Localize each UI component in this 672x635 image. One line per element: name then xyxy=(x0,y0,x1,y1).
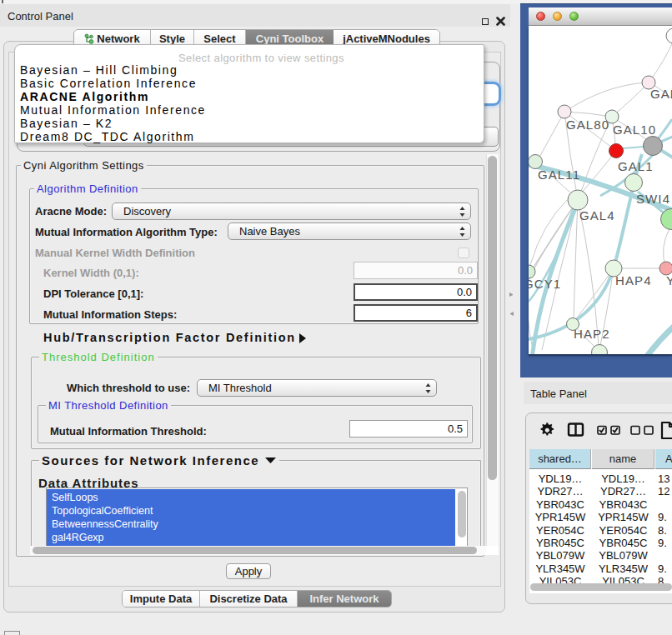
svg-text:HAP2: HAP2 xyxy=(574,327,610,341)
svg-text:GAL10: GAL10 xyxy=(613,122,656,137)
svg-text:YD: YD xyxy=(666,273,672,288)
svg-text:GAL1: GAL1 xyxy=(618,159,654,173)
svg-text:GAL4: GAL4 xyxy=(579,208,615,222)
svg-text:GAL11: GAL11 xyxy=(538,168,580,182)
svg-text:GAL80: GAL80 xyxy=(566,118,609,132)
svg-text:GCY1: GCY1 xyxy=(529,277,561,291)
svg-text:GAL7: GAL7 xyxy=(650,87,672,101)
svg-text:HAP4: HAP4 xyxy=(615,273,652,288)
svg-text:SWI4: SWI4 xyxy=(636,192,670,206)
